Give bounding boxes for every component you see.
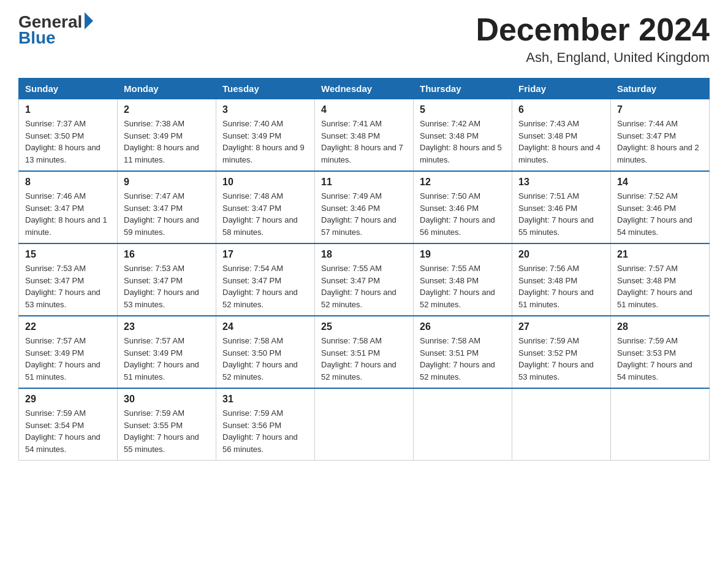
calendar-cell: 11Sunrise: 7:49 AMSunset: 3:46 PMDayligh… (315, 171, 414, 243)
day-number: 17 (222, 249, 308, 260)
logo-blue-text: Blue (18, 28, 56, 48)
calendar-cell: 26Sunrise: 7:58 AMSunset: 3:51 PMDayligh… (414, 316, 512, 388)
calendar-cell: 18Sunrise: 7:55 AMSunset: 3:47 PMDayligh… (315, 243, 414, 316)
calendar-cell: 10Sunrise: 7:48 AMSunset: 3:47 PMDayligh… (216, 171, 315, 243)
day-info: Sunrise: 7:49 AMSunset: 3:46 PMDaylight:… (321, 190, 407, 238)
day-number: 24 (222, 321, 308, 332)
day-number: 11 (321, 177, 407, 188)
calendar-cell (611, 388, 710, 461)
calendar-cell: 8Sunrise: 7:46 AMSunset: 3:47 PMDaylight… (19, 171, 118, 243)
calendar-cell: 28Sunrise: 7:59 AMSunset: 3:53 PMDayligh… (611, 316, 710, 388)
day-number: 1 (25, 104, 111, 115)
day-info: Sunrise: 7:43 AMSunset: 3:48 PMDaylight:… (518, 118, 604, 166)
day-number: 29 (25, 394, 111, 405)
day-info: Sunrise: 7:51 AMSunset: 3:46 PMDaylight:… (518, 190, 604, 238)
day-info: Sunrise: 7:55 AMSunset: 3:48 PMDaylight:… (420, 262, 506, 310)
day-number: 2 (124, 104, 210, 115)
calendar-cell: 25Sunrise: 7:58 AMSunset: 3:51 PMDayligh… (315, 316, 414, 388)
calendar-cell: 4Sunrise: 7:41 AMSunset: 3:48 PMDaylight… (315, 99, 414, 172)
day-number: 31 (222, 394, 308, 405)
day-number: 18 (321, 249, 407, 260)
calendar-header-tuesday: Tuesday (216, 79, 315, 99)
calendar-header-saturday: Saturday (611, 79, 710, 99)
day-number: 5 (420, 104, 506, 115)
day-info: Sunrise: 7:59 AMSunset: 3:56 PMDaylight:… (222, 407, 308, 455)
day-number: 20 (518, 249, 604, 260)
calendar-cell: 17Sunrise: 7:54 AMSunset: 3:47 PMDayligh… (216, 243, 315, 316)
calendar-cell: 2Sunrise: 7:38 AMSunset: 3:49 PMDaylight… (118, 99, 216, 172)
calendar-cell: 22Sunrise: 7:57 AMSunset: 3:49 PMDayligh… (19, 316, 118, 388)
calendar-header-sunday: Sunday (19, 79, 118, 99)
day-number: 12 (420, 177, 506, 188)
day-info: Sunrise: 7:53 AMSunset: 3:47 PMDaylight:… (124, 262, 210, 310)
day-info: Sunrise: 7:47 AMSunset: 3:47 PMDaylight:… (124, 190, 210, 238)
day-number: 28 (617, 321, 703, 332)
calendar-cell: 24Sunrise: 7:58 AMSunset: 3:50 PMDayligh… (216, 316, 315, 388)
calendar-cell: 20Sunrise: 7:56 AMSunset: 3:48 PMDayligh… (512, 243, 611, 316)
calendar-cell: 21Sunrise: 7:57 AMSunset: 3:48 PMDayligh… (611, 243, 710, 316)
month-title: December 2024 (476, 12, 710, 47)
calendar-cell: 15Sunrise: 7:53 AMSunset: 3:47 PMDayligh… (19, 243, 118, 316)
day-number: 15 (25, 249, 111, 260)
location-text: Ash, England, United Kingdom (476, 50, 710, 66)
day-info: Sunrise: 7:38 AMSunset: 3:49 PMDaylight:… (124, 118, 210, 166)
calendar-week-row: 8Sunrise: 7:46 AMSunset: 3:47 PMDaylight… (19, 171, 710, 243)
day-number: 6 (518, 104, 604, 115)
day-info: Sunrise: 7:56 AMSunset: 3:48 PMDaylight:… (518, 262, 604, 310)
day-number: 14 (617, 177, 703, 188)
day-number: 7 (617, 104, 703, 115)
day-number: 22 (25, 321, 111, 332)
calendar-cell: 16Sunrise: 7:53 AMSunset: 3:47 PMDayligh… (118, 243, 216, 316)
day-info: Sunrise: 7:58 AMSunset: 3:50 PMDaylight:… (222, 335, 308, 383)
logo-arrow-icon (85, 12, 93, 29)
calendar-week-row: 1Sunrise: 7:37 AMSunset: 3:50 PMDaylight… (19, 99, 710, 172)
day-info: Sunrise: 7:59 AMSunset: 3:54 PMDaylight:… (25, 407, 111, 455)
day-number: 26 (420, 321, 506, 332)
calendar-header-friday: Friday (512, 79, 611, 99)
calendar-header-monday: Monday (118, 79, 216, 99)
calendar-cell: 29Sunrise: 7:59 AMSunset: 3:54 PMDayligh… (19, 388, 118, 461)
day-info: Sunrise: 7:46 AMSunset: 3:47 PMDaylight:… (25, 190, 111, 238)
calendar-week-row: 22Sunrise: 7:57 AMSunset: 3:49 PMDayligh… (19, 316, 710, 388)
day-number: 21 (617, 249, 703, 260)
day-info: Sunrise: 7:58 AMSunset: 3:51 PMDaylight:… (321, 335, 407, 383)
day-info: Sunrise: 7:58 AMSunset: 3:51 PMDaylight:… (420, 335, 506, 383)
day-info: Sunrise: 7:57 AMSunset: 3:49 PMDaylight:… (124, 335, 210, 383)
calendar-table: SundayMondayTuesdayWednesdayThursdayFrid… (18, 78, 710, 461)
calendar-header-wednesday: Wednesday (315, 79, 414, 99)
day-info: Sunrise: 7:42 AMSunset: 3:48 PMDaylight:… (420, 118, 506, 166)
day-info: Sunrise: 7:52 AMSunset: 3:46 PMDaylight:… (617, 190, 703, 238)
day-number: 16 (124, 249, 210, 260)
calendar-cell: 12Sunrise: 7:50 AMSunset: 3:46 PMDayligh… (414, 171, 512, 243)
day-info: Sunrise: 7:53 AMSunset: 3:47 PMDaylight:… (25, 262, 111, 310)
day-info: Sunrise: 7:37 AMSunset: 3:50 PMDaylight:… (25, 118, 111, 166)
day-number: 30 (124, 394, 210, 405)
day-number: 23 (124, 321, 210, 332)
calendar-cell: 13Sunrise: 7:51 AMSunset: 3:46 PMDayligh… (512, 171, 611, 243)
day-info: Sunrise: 7:55 AMSunset: 3:47 PMDaylight:… (321, 262, 407, 310)
day-number: 27 (518, 321, 604, 332)
day-info: Sunrise: 7:50 AMSunset: 3:46 PMDaylight:… (420, 190, 506, 238)
page-header: General Blue December 2024 Ash, England,… (18, 12, 710, 66)
day-info: Sunrise: 7:54 AMSunset: 3:47 PMDaylight:… (222, 262, 308, 310)
day-info: Sunrise: 7:48 AMSunset: 3:47 PMDaylight:… (222, 190, 308, 238)
day-number: 9 (124, 177, 210, 188)
calendar-header-thursday: Thursday (414, 79, 512, 99)
day-number: 3 (222, 104, 308, 115)
day-info: Sunrise: 7:57 AMSunset: 3:48 PMDaylight:… (617, 262, 703, 310)
calendar-header-row: SundayMondayTuesdayWednesdayThursdayFrid… (19, 79, 710, 99)
calendar-cell (315, 388, 414, 461)
calendar-cell: 14Sunrise: 7:52 AMSunset: 3:46 PMDayligh… (611, 171, 710, 243)
day-info: Sunrise: 7:57 AMSunset: 3:49 PMDaylight:… (25, 335, 111, 383)
calendar-cell (512, 388, 611, 461)
calendar-cell: 7Sunrise: 7:44 AMSunset: 3:47 PMDaylight… (611, 99, 710, 172)
calendar-cell: 27Sunrise: 7:59 AMSunset: 3:52 PMDayligh… (512, 316, 611, 388)
day-info: Sunrise: 7:40 AMSunset: 3:49 PMDaylight:… (222, 118, 308, 166)
logo: General Blue (18, 12, 93, 48)
day-number: 13 (518, 177, 604, 188)
calendar-cell: 3Sunrise: 7:40 AMSunset: 3:49 PMDaylight… (216, 99, 315, 172)
day-number: 25 (321, 321, 407, 332)
calendar-cell: 6Sunrise: 7:43 AMSunset: 3:48 PMDaylight… (512, 99, 611, 172)
calendar-cell: 9Sunrise: 7:47 AMSunset: 3:47 PMDaylight… (118, 171, 216, 243)
calendar-week-row: 29Sunrise: 7:59 AMSunset: 3:54 PMDayligh… (19, 388, 710, 461)
